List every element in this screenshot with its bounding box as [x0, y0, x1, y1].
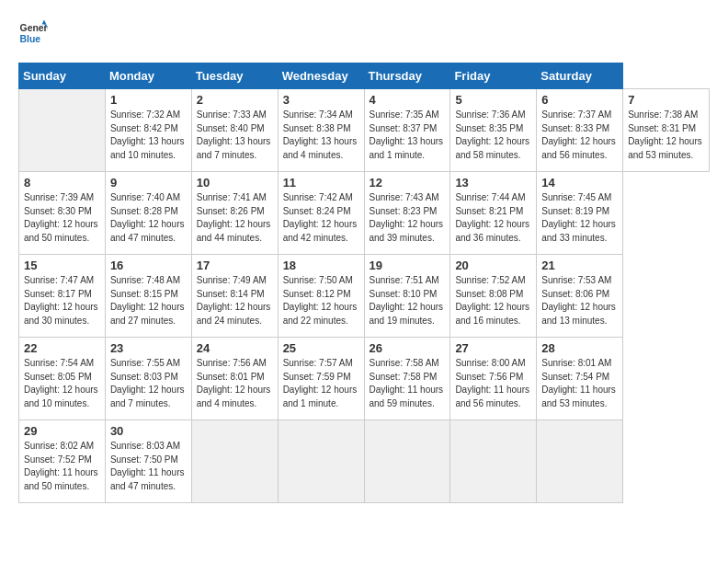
logo: General Blue [18, 18, 51, 48]
day-info: Sunrise: 7:54 AMSunset: 8:05 PMDaylight:… [24, 357, 100, 410]
day-cell-26: 26Sunrise: 7:58 AMSunset: 7:58 PMDayligh… [364, 338, 450, 420]
header-tuesday: Tuesday [191, 63, 278, 89]
day-number: 29 [24, 424, 100, 438]
day-info: Sunrise: 8:01 AMSunset: 7:54 PMDaylight:… [541, 357, 618, 410]
day-info: Sunrise: 7:48 AMSunset: 8:15 PMDaylight:… [110, 274, 187, 327]
day-cell-9: 9Sunrise: 7:40 AMSunset: 8:28 PMDaylight… [105, 172, 191, 255]
day-info: Sunrise: 8:00 AMSunset: 7:56 PMDaylight:… [455, 357, 531, 410]
day-number: 19 [370, 259, 446, 272]
day-cell-22: 22Sunrise: 7:54 AMSunset: 8:05 PMDayligh… [19, 338, 106, 420]
day-info: Sunrise: 7:57 AMSunset: 7:59 PMDaylight:… [283, 357, 359, 410]
day-cell-1: 1Sunrise: 7:32 AMSunset: 8:42 PMDaylight… [105, 89, 191, 172]
day-cell-13: 13Sunrise: 7:44 AMSunset: 8:21 PMDayligh… [450, 172, 537, 255]
page-header: General Blue [18, 18, 710, 48]
day-number: 1 [110, 93, 187, 107]
day-cell-4: 4Sunrise: 7:35 AMSunset: 8:37 PMDaylight… [364, 89, 450, 172]
day-number: 5 [455, 93, 531, 107]
empty-cell [191, 420, 278, 503]
calendar-table: SundayMondayTuesdayWednesdayThursdayFrid… [18, 63, 710, 503]
empty-cell [450, 420, 537, 503]
svg-marker-2 [42, 20, 47, 25]
day-number: 20 [455, 259, 531, 272]
day-info: Sunrise: 8:03 AMSunset: 7:50 PMDaylight:… [110, 440, 187, 493]
day-info: Sunrise: 7:55 AMSunset: 8:03 PMDaylight:… [110, 357, 187, 410]
calendar-header-row: SundayMondayTuesdayWednesdayThursdayFrid… [19, 63, 710, 89]
day-cell-23: 23Sunrise: 7:55 AMSunset: 8:03 PMDayligh… [105, 338, 191, 420]
day-cell-30: 30Sunrise: 8:03 AMSunset: 7:50 PMDayligh… [105, 420, 191, 503]
day-cell-16: 16Sunrise: 7:48 AMSunset: 8:15 PMDayligh… [105, 255, 191, 338]
header-thursday: Thursday [364, 63, 450, 89]
day-info: Sunrise: 7:38 AMSunset: 8:31 PMDaylight:… [628, 109, 704, 162]
day-number: 14 [541, 176, 618, 190]
day-info: Sunrise: 7:34 AMSunset: 8:38 PMDaylight:… [283, 109, 359, 162]
day-info: Sunrise: 8:02 AMSunset: 7:52 PMDaylight:… [24, 440, 100, 493]
day-number: 24 [197, 341, 273, 355]
week-row-4: 22Sunrise: 7:54 AMSunset: 8:05 PMDayligh… [19, 338, 710, 420]
day-number: 26 [370, 341, 446, 355]
day-number: 6 [541, 93, 618, 107]
header-sunday: Sunday [19, 63, 106, 89]
header-friday: Friday [450, 63, 537, 89]
day-info: Sunrise: 7:43 AMSunset: 8:23 PMDaylight:… [370, 191, 446, 245]
day-info: Sunrise: 7:47 AMSunset: 8:17 PMDaylight:… [24, 274, 100, 327]
day-info: Sunrise: 7:52 AMSunset: 8:08 PMDaylight:… [455, 274, 531, 327]
day-info: Sunrise: 7:45 AMSunset: 8:19 PMDaylight:… [541, 191, 618, 245]
day-number: 3 [283, 93, 359, 107]
day-info: Sunrise: 7:41 AMSunset: 8:26 PMDaylight:… [197, 191, 273, 245]
day-cell-24: 24Sunrise: 7:56 AMSunset: 8:01 PMDayligh… [191, 338, 278, 420]
day-cell-6: 6Sunrise: 7:37 AMSunset: 8:33 PMDaylight… [537, 89, 623, 172]
day-info: Sunrise: 7:53 AMSunset: 8:06 PMDaylight:… [541, 274, 618, 327]
day-info: Sunrise: 7:33 AMSunset: 8:40 PMDaylight:… [197, 109, 273, 162]
day-info: Sunrise: 7:32 AMSunset: 8:42 PMDaylight:… [110, 109, 187, 162]
day-number: 22 [24, 341, 100, 355]
day-cell-19: 19Sunrise: 7:51 AMSunset: 8:10 PMDayligh… [364, 255, 450, 338]
day-info: Sunrise: 7:36 AMSunset: 8:35 PMDaylight:… [455, 109, 531, 162]
empty-cell [364, 420, 450, 503]
day-cell-25: 25Sunrise: 7:57 AMSunset: 7:59 PMDayligh… [278, 338, 364, 420]
day-info: Sunrise: 7:37 AMSunset: 8:33 PMDaylight:… [541, 109, 618, 162]
day-info: Sunrise: 7:50 AMSunset: 8:12 PMDaylight:… [283, 274, 359, 327]
day-cell-3: 3Sunrise: 7:34 AMSunset: 8:38 PMDaylight… [278, 89, 364, 172]
day-cell-5: 5Sunrise: 7:36 AMSunset: 8:35 PMDaylight… [450, 89, 537, 172]
day-number: 18 [283, 259, 359, 272]
week-row-3: 15Sunrise: 7:47 AMSunset: 8:17 PMDayligh… [19, 255, 710, 338]
week-row-1: 1Sunrise: 7:32 AMSunset: 8:42 PMDaylight… [19, 89, 710, 172]
day-number: 21 [541, 259, 618, 272]
day-info: Sunrise: 7:35 AMSunset: 8:37 PMDaylight:… [370, 109, 446, 162]
day-number: 28 [541, 341, 618, 355]
day-info: Sunrise: 7:56 AMSunset: 8:01 PMDaylight:… [197, 357, 273, 410]
day-cell-18: 18Sunrise: 7:50 AMSunset: 8:12 PMDayligh… [278, 255, 364, 338]
svg-text:General: General [20, 23, 48, 33]
day-info: Sunrise: 7:58 AMSunset: 7:58 PMDaylight:… [370, 357, 446, 410]
empty-cell [19, 89, 106, 172]
day-number: 10 [197, 176, 273, 190]
header-wednesday: Wednesday [278, 63, 364, 89]
day-cell-11: 11Sunrise: 7:42 AMSunset: 8:24 PMDayligh… [278, 172, 364, 255]
day-cell-27: 27Sunrise: 8:00 AMSunset: 7:56 PMDayligh… [450, 338, 537, 420]
week-row-5: 29Sunrise: 8:02 AMSunset: 7:52 PMDayligh… [19, 420, 710, 503]
day-number: 11 [283, 176, 359, 190]
day-cell-28: 28Sunrise: 8:01 AMSunset: 7:54 PMDayligh… [537, 338, 623, 420]
day-number: 7 [628, 93, 704, 107]
day-info: Sunrise: 7:40 AMSunset: 8:28 PMDaylight:… [110, 191, 187, 245]
day-number: 27 [455, 341, 531, 355]
day-number: 16 [110, 259, 187, 272]
day-number: 23 [110, 341, 187, 355]
day-number: 13 [455, 176, 531, 190]
day-cell-15: 15Sunrise: 7:47 AMSunset: 8:17 PMDayligh… [19, 255, 106, 338]
svg-text:Blue: Blue [20, 34, 41, 44]
day-number: 12 [370, 176, 446, 190]
day-number: 8 [24, 176, 100, 190]
empty-cell [278, 420, 364, 503]
week-row-2: 8Sunrise: 7:39 AMSunset: 8:30 PMDaylight… [19, 172, 710, 255]
day-cell-17: 17Sunrise: 7:49 AMSunset: 8:14 PMDayligh… [191, 255, 278, 338]
logo-icon: General Blue [18, 18, 48, 48]
day-cell-20: 20Sunrise: 7:52 AMSunset: 8:08 PMDayligh… [450, 255, 537, 338]
day-cell-29: 29Sunrise: 8:02 AMSunset: 7:52 PMDayligh… [19, 420, 106, 503]
header-saturday: Saturday [537, 63, 623, 89]
day-cell-8: 8Sunrise: 7:39 AMSunset: 8:30 PMDaylight… [19, 172, 106, 255]
day-number: 9 [110, 176, 187, 190]
day-cell-21: 21Sunrise: 7:53 AMSunset: 8:06 PMDayligh… [537, 255, 623, 338]
day-info: Sunrise: 7:51 AMSunset: 8:10 PMDaylight:… [370, 274, 446, 327]
day-number: 25 [283, 341, 359, 355]
